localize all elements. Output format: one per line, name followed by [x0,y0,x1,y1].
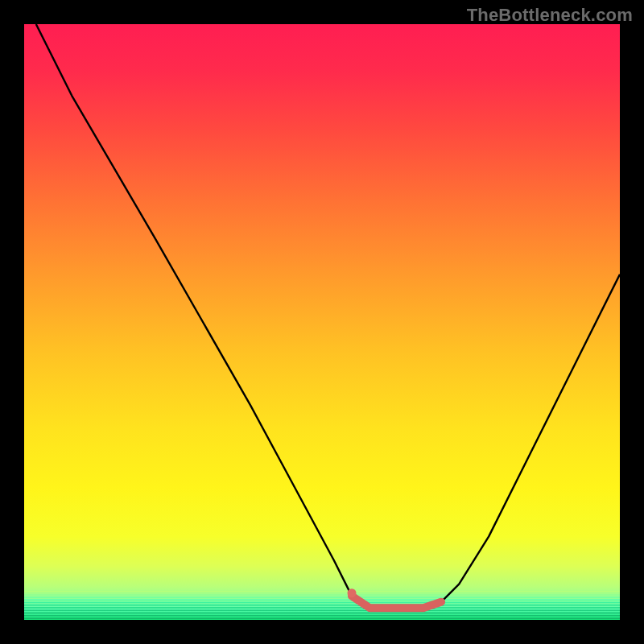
chart-frame: TheBottleneck.com [0,0,644,644]
watermark-text: TheBottleneck.com [467,5,633,26]
optimal-range-highlight [352,596,441,608]
bottleneck-curve [36,24,620,608]
bottleneck-chart [24,24,620,620]
marker-dot [348,588,357,597]
plot-area [24,24,620,620]
